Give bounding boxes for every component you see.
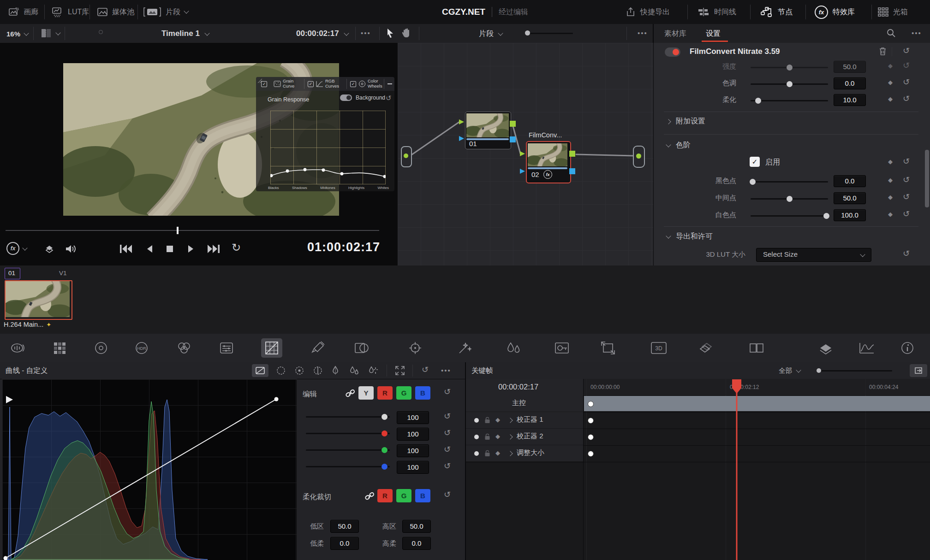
curves-options-menu[interactable]: ••• bbox=[441, 366, 451, 374]
fx-bypass-icon[interactable]: fx bbox=[6, 242, 19, 255]
node2-output-rgb[interactable] bbox=[569, 151, 575, 157]
nav-clip[interactable]: 片段 bbox=[143, 6, 188, 18]
high-value[interactable]: 50.0 bbox=[402, 520, 431, 533]
reset-icon[interactable]: ↺ bbox=[903, 193, 910, 201]
curve-point-high[interactable] bbox=[274, 397, 279, 401]
filmconvert-overlay[interactable]: ✓ Grain Curve ✓ RGB Curves ✓ Color Wheel… bbox=[256, 77, 394, 191]
chevron-right-icon[interactable] bbox=[507, 434, 513, 439]
nav-timeline[interactable]: 时间线 bbox=[698, 6, 736, 18]
low-value[interactable]: 50.0 bbox=[330, 520, 359, 533]
g-gain-slider[interactable] bbox=[306, 449, 390, 451]
keyframes-zoom-slider[interactable] bbox=[817, 368, 892, 373]
reset-icon[interactable]: ↺ bbox=[903, 210, 910, 218]
curve-mode-lum-sat-icon[interactable] bbox=[330, 365, 340, 376]
node-view-select[interactable]: 片段 bbox=[479, 28, 502, 39]
source-node[interactable] bbox=[401, 146, 412, 167]
stop-button[interactable] bbox=[166, 245, 173, 253]
reset-icon[interactable]: ↺ bbox=[903, 94, 910, 103]
keyframe-dot[interactable] bbox=[588, 401, 594, 407]
nav-quick-export[interactable]: 快捷导出 bbox=[626, 6, 670, 18]
lock-icon[interactable] bbox=[484, 450, 490, 457]
viewer-options-menu[interactable]: ••• bbox=[361, 29, 371, 37]
chevron-right-icon[interactable] bbox=[507, 418, 513, 423]
node-zoom-knob[interactable] bbox=[525, 30, 530, 35]
keyframe-diamond-icon[interactable]: ◆ bbox=[888, 177, 893, 183]
viewer-scrub-bar[interactable] bbox=[6, 228, 379, 233]
grain-response-graph[interactable] bbox=[270, 111, 386, 184]
track-row-corrector1[interactable]: ◆ 校正器 1 bbox=[466, 412, 930, 429]
scrub-playhead[interactable] bbox=[177, 227, 179, 234]
nav-media-pool[interactable]: 媒体池 bbox=[97, 6, 134, 18]
clip-thumbnail-selected[interactable] bbox=[5, 280, 72, 320]
nav-gallery[interactable]: 画廊 bbox=[8, 6, 38, 18]
overlay-tab-rgb-curves[interactable]: RGB Curves bbox=[325, 78, 346, 88]
curves-palette-active[interactable] bbox=[261, 338, 282, 358]
tint-value[interactable]: 0.0 bbox=[834, 77, 866, 89]
stereo-3d-icon[interactable] bbox=[698, 341, 713, 355]
reset-icon[interactable]: ↺ bbox=[444, 462, 451, 470]
tracker-icon[interactable] bbox=[408, 341, 423, 355]
soft-clip-r-button[interactable]: R bbox=[377, 489, 393, 502]
strength-value[interactable]: 50.0 bbox=[834, 61, 866, 73]
soften-value[interactable]: 10.0 bbox=[834, 94, 866, 106]
curve-point-low[interactable] bbox=[4, 556, 8, 560]
white-point-slider[interactable] bbox=[751, 215, 828, 217]
expand-keyframes-button[interactable] bbox=[910, 364, 927, 377]
rgb-curves-checkbox[interactable]: ✓ bbox=[308, 81, 314, 87]
plugin-enable-toggle[interactable] bbox=[665, 47, 680, 57]
curve-mode-hue-hue-icon[interactable] bbox=[276, 365, 286, 376]
background-toggle-group[interactable]: Background bbox=[340, 94, 385, 101]
reset-all-icon[interactable]: ↺ bbox=[422, 365, 429, 374]
node1-input-rgb[interactable] bbox=[459, 119, 465, 125]
expand-icon[interactable] bbox=[395, 365, 405, 376]
effects-stack-icon[interactable] bbox=[818, 341, 833, 355]
curve-left-marker[interactable] bbox=[6, 396, 13, 403]
wipe-modes-icon[interactable] bbox=[42, 244, 56, 254]
reset-icon[interactable]: ↺ bbox=[903, 249, 910, 258]
color-wheels-checkbox[interactable]: ✓ bbox=[350, 81, 356, 87]
black-point-value[interactable]: 0.0 bbox=[834, 175, 866, 187]
soften-slider[interactable] bbox=[751, 100, 828, 101]
motion-effects-icon[interactable] bbox=[220, 341, 233, 355]
lut-size-dropdown[interactable]: Select Size bbox=[756, 248, 871, 262]
soft-clip-reset-icon[interactable]: ↺ bbox=[444, 490, 451, 499]
search-icon[interactable] bbox=[887, 29, 896, 38]
audio-speaker-icon[interactable] bbox=[65, 243, 77, 254]
soft-clip-g-button[interactable]: G bbox=[396, 489, 411, 502]
keyframe-diamond-icon[interactable]: ◆ bbox=[888, 211, 893, 218]
viewer-timecode-select[interactable]: 00:00:02:17 bbox=[296, 28, 348, 39]
hdr-palette-icon[interactable]: HDR bbox=[134, 341, 149, 355]
y-gain-value[interactable]: 100 bbox=[397, 411, 429, 424]
track-row-sizing[interactable]: ◆ 调整大小 bbox=[466, 445, 930, 462]
split-screen-select[interactable] bbox=[41, 28, 60, 39]
overlay-tab-color-wheels[interactable]: Color Wheels bbox=[368, 78, 389, 88]
section-export-license[interactable]: 导出和许可 bbox=[667, 232, 713, 242]
track-row-corrector2[interactable]: ◆ 校正器 2 bbox=[466, 429, 930, 446]
section-levels[interactable]: 色阶 bbox=[667, 141, 691, 150]
node1-output-key[interactable] bbox=[510, 136, 516, 142]
node2-output-key[interactable] bbox=[569, 168, 575, 174]
b-gain-slider[interactable] bbox=[306, 466, 390, 467]
keyframe-diamond-icon[interactable]: ◆ bbox=[888, 158, 893, 165]
r-gain-value[interactable]: 100 bbox=[397, 428, 429, 441]
timeline-select[interactable]: Timeline 1 bbox=[161, 28, 209, 39]
section-additional-settings[interactable]: 附加设置 bbox=[667, 117, 705, 126]
grain-curve-checkbox[interactable]: ✓ bbox=[261, 81, 267, 87]
sizing-palette-icon[interactable] bbox=[601, 341, 615, 355]
r-gain-slider[interactable] bbox=[306, 433, 390, 434]
strength-slider[interactable] bbox=[751, 67, 828, 68]
color-wheels-palette-icon[interactable] bbox=[94, 341, 108, 355]
skip-end-button[interactable] bbox=[207, 244, 221, 254]
dual-screen-icon[interactable] bbox=[749, 341, 764, 355]
nav-nodes[interactable]: 节点 bbox=[760, 6, 793, 18]
keyframes-playhead[interactable] bbox=[732, 379, 742, 560]
master-track-bar[interactable] bbox=[584, 396, 930, 411]
node1-output-rgb[interactable] bbox=[510, 121, 516, 127]
lock-icon[interactable] bbox=[484, 433, 490, 440]
plugin-reset-icon[interactable]: ↺ bbox=[903, 47, 910, 55]
track-enable-dot[interactable] bbox=[474, 418, 479, 423]
camera-raw-icon[interactable] bbox=[10, 341, 26, 355]
panel-options-menu[interactable]: ••• bbox=[912, 29, 922, 37]
curve-mode-sat-lum-icon[interactable] bbox=[367, 365, 378, 376]
qualifier-icon[interactable] bbox=[311, 341, 325, 355]
